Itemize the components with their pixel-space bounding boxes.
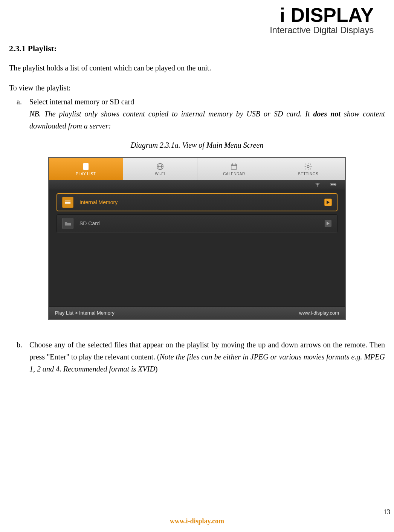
list-item-a: a. Select internal memory or SD card NB.… — [29, 96, 385, 132]
svg-marker-22 — [327, 200, 330, 204]
section-title: Playlist — [28, 44, 54, 53]
tab-wifi-label: WI-FI — [155, 172, 165, 176]
list-lines-icon — [62, 197, 73, 208]
breadcrumb-path: Play List > Internal Memory — [55, 310, 115, 316]
svg-point-11 — [307, 165, 309, 168]
playlist-icon — [81, 162, 90, 171]
svg-rect-15 — [336, 184, 336, 185]
svg-rect-7 — [231, 164, 237, 169]
logo-line1: i DISPLAY — [9, 4, 374, 26]
battery-icon — [330, 180, 337, 189]
status-bar — [49, 180, 345, 190]
list-b-text-suffix: ) — [155, 365, 158, 373]
list-a-text: Select internal memory or SD card — [29, 98, 134, 106]
tab-settings-label: SETTINGS — [298, 172, 318, 176]
svg-rect-17 — [332, 183, 333, 185]
play-icon[interactable] — [324, 199, 332, 206]
row-sd-card[interactable]: SD Card — [57, 214, 337, 232]
section-heading: 2.3.1 Playlist: — [9, 44, 385, 54]
lead-line: To view the playlist: — [9, 83, 385, 93]
diagram-caption: Diagram 2.3.1a. View of Main Menu Screen — [9, 141, 385, 150]
svg-rect-18 — [334, 183, 335, 185]
intro-paragraph: The playlist holds a list of content whi… — [9, 63, 385, 73]
calendar-icon — [229, 162, 238, 171]
footer-url: www.i-display.com — [0, 517, 394, 525]
tab-wifi[interactable]: WI-FI — [123, 158, 197, 180]
tab-playlist-label: PLAY LIST — [76, 172, 96, 176]
tab-settings[interactable]: SETTINGS — [271, 158, 345, 180]
folder-icon — [62, 218, 73, 229]
tab-bar: PLAY LIST WI-FI CALENDAR SETTINGS — [49, 158, 345, 180]
play-icon[interactable] — [324, 220, 332, 227]
row-internal-label: Internal Memory — [79, 199, 318, 205]
list-marker-b: b. — [17, 339, 22, 351]
row-internal-memory[interactable]: Internal Memory — [57, 193, 337, 211]
page-number: 13 — [383, 508, 390, 516]
breadcrumb-bar: Play List > Internal Memory www.i-displa… — [49, 306, 345, 319]
section-number: 2.3.1 — [9, 44, 26, 53]
signal-icon — [314, 180, 321, 189]
globe-icon — [156, 162, 165, 171]
list-a-note-prefix: NB. The playlist only shows content copi… — [29, 110, 313, 118]
gear-icon — [304, 162, 313, 171]
list-a-note-bold: does not — [313, 110, 341, 118]
playlist-rows: Internal Memory SD Card — [49, 190, 345, 306]
tab-calendar-label: CALENDAR — [223, 172, 245, 176]
breadcrumb-url: www.i-display.com — [299, 310, 339, 316]
tab-calendar[interactable]: CALENDAR — [197, 158, 272, 180]
svg-marker-23 — [327, 222, 330, 225]
list-marker-a: a. — [17, 96, 22, 108]
svg-rect-16 — [331, 183, 332, 185]
main-menu-screenshot: PLAY LIST WI-FI CALENDAR SETTINGS — [48, 157, 346, 320]
logo-line2: Interactive Digital Displays — [9, 25, 374, 35]
brand-logo: i DISPLAY Interactive Digital Displays — [9, 4, 385, 35]
row-sdcard-label: SD Card — [79, 220, 318, 226]
tab-playlist[interactable]: PLAY LIST — [49, 158, 123, 180]
list-item-b: b. Choose any of the selected files that… — [29, 339, 385, 375]
